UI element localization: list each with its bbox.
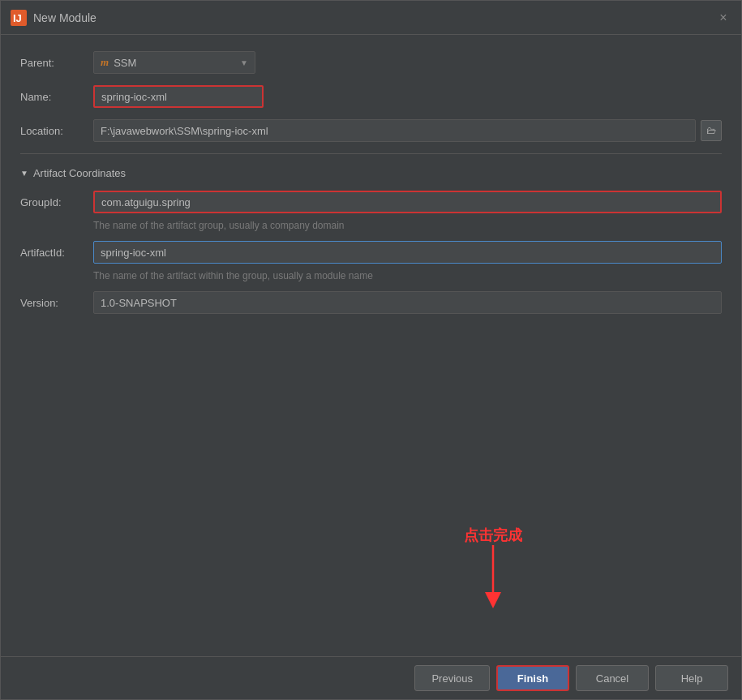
groupid-input[interactable] <box>93 191 722 213</box>
groupid-row: GroupId: <box>20 191 722 213</box>
location-control: 🗁 <box>93 119 722 142</box>
form-content: Parent: m SSM ▼ Name: Location: 🗁 <box>1 35 741 656</box>
version-control <box>93 291 722 314</box>
parent-row: Parent: m SSM ▼ <box>20 51 722 74</box>
folder-icon: 🗁 <box>706 125 716 136</box>
groupid-label: GroupId: <box>20 196 93 208</box>
artifactid-input[interactable] <box>93 241 722 264</box>
location-browse-button[interactable]: 🗁 <box>701 120 722 141</box>
artifact-section-header[interactable]: ▼ Artifact Coordinates <box>20 167 722 179</box>
previous-button[interactable]: Previous <box>414 665 490 691</box>
name-control <box>93 85 722 108</box>
artifactid-control <box>93 241 722 264</box>
svg-text:IJ: IJ <box>13 12 22 24</box>
parent-value: SSM <box>114 57 136 69</box>
artifact-section-label: Artifact Coordinates <box>33 167 126 179</box>
cancel-button[interactable]: Cancel <box>576 665 649 691</box>
version-input[interactable] <box>93 291 722 314</box>
artifactid-row: ArtifactId: <box>20 241 722 264</box>
parent-control: m SSM ▼ <box>93 51 722 74</box>
parent-dropdown[interactable]: m SSM ▼ <box>93 51 255 74</box>
dialog-footer: Previous Finish Cancel Help <box>1 656 741 699</box>
groupid-hint: The name of the artifact group, usually … <box>93 220 722 231</box>
location-row: Location: 🗁 <box>20 119 722 142</box>
parent-label: Parent: <box>20 57 93 69</box>
section-collapse-icon: ▼ <box>20 169 28 178</box>
close-button[interactable]: × <box>715 10 731 26</box>
version-row: Version: <box>20 291 722 314</box>
title-bar: IJ New Module × <box>1 1 741 35</box>
groupid-control <box>93 191 722 213</box>
name-label: Name: <box>20 91 93 103</box>
dropdown-arrow-icon: ▼ <box>240 58 248 67</box>
help-button[interactable]: Help <box>655 665 728 691</box>
name-row: Name: <box>20 85 722 108</box>
divider <box>20 153 722 154</box>
new-module-dialog: IJ New Module × Parent: m SSM ▼ Name: <box>0 0 742 700</box>
artifactid-hint: The name of the artifact within the grou… <box>93 270 722 281</box>
maven-icon: m <box>101 56 109 69</box>
location-input[interactable] <box>93 119 696 142</box>
location-label: Location: <box>20 125 93 137</box>
dialog-title: New Module <box>33 11 715 24</box>
dialog-icon: IJ <box>11 10 27 26</box>
version-label: Version: <box>20 297 93 309</box>
artifactid-label: ArtifactId: <box>20 247 93 259</box>
finish-button[interactable]: Finish <box>496 665 569 691</box>
name-input[interactable] <box>93 85 264 108</box>
